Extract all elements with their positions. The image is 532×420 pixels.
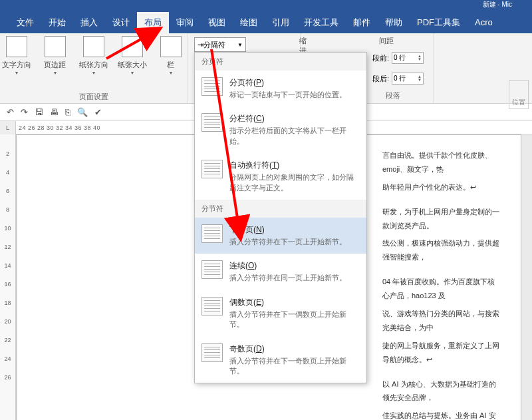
odd-page-icon	[201, 343, 223, 362]
text-wrap-icon	[201, 160, 223, 178]
space-after-label: 段后:	[372, 74, 389, 84]
tab-file[interactable]: 文件	[9, 12, 41, 33]
position-button[interactable]: 位置	[509, 80, 529, 109]
paragraph-label: 段落	[386, 91, 400, 101]
tab-mail[interactable]: 邮件	[346, 12, 378, 33]
section-label-section-breaks: 分节符	[195, 200, 366, 218]
menu-item-even-page[interactable]: 偶数页(E)插入分节符并在下一偶数页上开始新节。	[195, 290, 366, 337]
page-break-icon	[201, 77, 223, 96]
save-button[interactable]: 🖫	[35, 107, 43, 117]
tab-view[interactable]: 视图	[201, 12, 233, 33]
tab-insert[interactable]: 插入	[73, 12, 105, 33]
section-label-page-breaks: 分页符	[195, 53, 366, 71]
size-button[interactable]: 纸张大小▾	[115, 36, 150, 76]
redo-button[interactable]: ↷	[21, 107, 28, 117]
margins-button[interactable]: 页边距▾	[38, 36, 72, 76]
tab-help[interactable]: 帮助	[378, 12, 410, 33]
even-page-icon	[201, 297, 223, 315]
menu-bar: 文件 开始 插入 设计 布局 审阅 视图 绘图 引用 开发工具 邮件 帮助 PD…	[0, 12, 532, 33]
tab-pdf[interactable]: PDF工具集	[410, 12, 467, 33]
space-after-input[interactable]: 0 行▲▼	[392, 73, 424, 85]
next-page-icon	[201, 224, 223, 243]
tab-review[interactable]: 审阅	[169, 12, 201, 33]
space-before-input[interactable]: 0 行▲▼	[392, 52, 424, 64]
tab-draw[interactable]: 绘图	[233, 12, 265, 33]
menu-item-odd-page[interactable]: 奇数页(D)插入分节符并在下一奇数页上开始新节。	[195, 337, 366, 383]
size-icon	[122, 36, 143, 57]
tab-developer[interactable]: 开发工具	[297, 12, 346, 33]
tab-layout[interactable]: 布局	[137, 12, 169, 33]
find-button[interactable]: 🔍	[77, 107, 88, 117]
tab-references[interactable]: 引用	[265, 12, 297, 33]
print-button[interactable]: 🖶	[50, 107, 59, 117]
breaks-dropdown-menu: 分页符 分页符(P)标记一页结束与下一页开始的位置。 分栏符(C)指示分栏符后面…	[194, 52, 367, 383]
margins-icon	[45, 36, 66, 57]
undo-button[interactable]: ↶	[7, 107, 14, 117]
continuous-icon	[201, 260, 223, 279]
menu-item-page-break[interactable]: 分页符(P)标记一页结束与下一页开始的位置。	[195, 71, 366, 106]
text-direction-icon	[6, 36, 27, 57]
title-bar: 新建 - Mic	[0, 0, 532, 12]
page-setup-label: 页面设置	[79, 92, 108, 102]
menu-item-continuous[interactable]: 连续(O)插入分节符并在同一页上开始新节。	[195, 254, 366, 290]
menu-item-column-break[interactable]: 分栏符(C)指示分栏符后面的文字将从下一栏开始。	[195, 106, 366, 153]
column-break-icon	[201, 113, 223, 132]
vertical-ruler[interactable]: 2468101214161820222426	[0, 134, 16, 420]
spacing-header: 间距	[379, 36, 394, 46]
orientation-icon	[83, 36, 104, 57]
columns-button[interactable]: 栏▾	[154, 36, 188, 76]
task-button[interactable]: ✔	[94, 107, 102, 117]
space-before-label: 段前:	[372, 53, 389, 63]
columns-icon	[160, 36, 182, 57]
clipboard-button[interactable]: ⎘	[65, 107, 70, 117]
breaks-dropdown-trigger[interactable]: ⇥ 分隔符 ▼	[194, 37, 246, 52]
breaks-icon: ⇥	[198, 41, 203, 49]
text-direction-button[interactable]: 文字方向▾	[0, 36, 34, 76]
chevron-down-icon: ▼	[237, 42, 243, 48]
tab-home[interactable]: 开始	[41, 12, 73, 33]
tab-design[interactable]: 设计	[105, 12, 137, 33]
ruler-corner: L	[0, 121, 16, 134]
orientation-button[interactable]: 纸张方向▾	[76, 36, 111, 76]
menu-item-next-page[interactable]: 下一页(N)插入分节符并在下一页上开始新节。	[195, 218, 366, 254]
tab-acro[interactable]: Acro	[467, 12, 500, 33]
menu-item-text-wrap[interactable]: 自动换行符(T)分隔网页上的对象周围的文字，如分隔题注文字与正文。	[195, 153, 366, 200]
